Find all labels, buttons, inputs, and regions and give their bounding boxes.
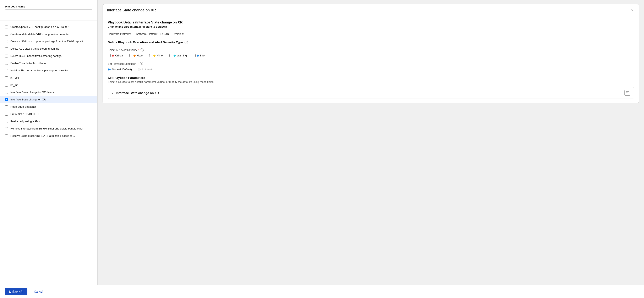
- playbook-list-item[interactable]: Resolve using cross VRF/NAT/Hairpinning-…: [0, 132, 97, 139]
- playbook-list-item[interactable]: Create/Update VRF configuration on a XE …: [0, 23, 97, 30]
- playbook-list-item[interactable]: Create/update/delete VRF configuration o…: [0, 30, 97, 38]
- playbook-list-item[interactable]: Push config using NAMs: [0, 118, 97, 125]
- playbook-list-item[interactable]: int_coll: [0, 74, 97, 81]
- playbook-item-label: Delete a SMU or an optional package from…: [10, 40, 85, 43]
- playbook-list-item[interactable]: Interface State change on XR: [0, 96, 97, 103]
- playbook-list-item[interactable]: Install a SMU or an optional package on …: [0, 67, 97, 74]
- playbook-item-label: Delete DSCP based traffic steering confi…: [10, 54, 62, 57]
- severity-item-minor[interactable]: Minor: [149, 54, 164, 57]
- severity-item-critical[interactable]: Critical: [108, 54, 124, 57]
- execution-label: Set Playbook Execution * i: [108, 62, 634, 65]
- left-panel: Playbook Name Create/Update VRF configur…: [0, 0, 98, 285]
- code-icon[interactable]: [624, 90, 630, 96]
- playbook-list-item[interactable]: Delete DSCP based traffic steering confi…: [0, 52, 97, 59]
- playbook-item-label: Create/Update VRF configuration on a XE …: [10, 25, 68, 28]
- playbook-checkbox[interactable]: [5, 120, 8, 123]
- execution-option-automatic: Automatic: [138, 68, 154, 71]
- accordion-header[interactable]: ⌄ Interface State change on XR: [108, 87, 634, 99]
- playbook-item-label: Delete ACL based traffic steering config…: [10, 47, 59, 50]
- execution-info-icon[interactable]: i: [140, 62, 143, 65]
- playbook-checkbox[interactable]: [5, 47, 8, 50]
- execution-row: Manual (Default)Automatic: [108, 68, 634, 71]
- software-platform-label: Software Platform:: [136, 32, 158, 35]
- section-title: Define Playbook Execution and Alert Seve…: [108, 40, 634, 44]
- playbook-item-label: Create/update/delete VRF configuration o…: [10, 32, 70, 36]
- playbook-list-item[interactable]: Prefix Set ADD/DELETE: [0, 110, 97, 118]
- version-label: Version:: [174, 32, 184, 35]
- kpi-info-icon[interactable]: i: [140, 48, 144, 51]
- severity-dot-major: [134, 54, 136, 57]
- params-section-title: Set Playbook Parameters: [108, 76, 634, 79]
- divider: [0, 20, 97, 21]
- severity-dot-minor: [154, 54, 156, 57]
- cancel-button[interactable]: Cancel: [31, 288, 46, 295]
- playbook-list-item[interactable]: Enable/Disable traffic collector: [0, 59, 97, 67]
- execution-radio-manual[interactable]: [108, 68, 111, 71]
- execution-required-star: *: [138, 62, 138, 65]
- playbook-checkbox[interactable]: [5, 98, 8, 101]
- dialog-header: Interface State change on XR ×: [103, 4, 639, 16]
- playbook-checkbox[interactable]: [5, 127, 8, 130]
- playbook-checkbox[interactable]: [5, 54, 8, 57]
- params-section-desc: Select a Source to set default parameter…: [108, 80, 634, 83]
- playbook-details-title: Playbook Details (Interface State change…: [108, 20, 634, 24]
- link-to-kpi-button[interactable]: Link to KPI: [5, 288, 28, 295]
- required-star: *: [138, 48, 139, 51]
- severity-dot-critical: [112, 54, 114, 57]
- severity-checkbox-minor[interactable]: [149, 54, 152, 57]
- playbook-list-item[interactable]: Delete ACL based traffic steering config…: [0, 45, 97, 52]
- playbook-item-label: Enable/Disable traffic collector: [10, 62, 47, 65]
- severity-label-warning: Warning: [177, 54, 187, 57]
- svg-rect-0: [626, 91, 629, 94]
- left-panel-header: Playbook Name: [0, 0, 97, 19]
- playbook-checkbox[interactable]: [5, 84, 8, 86]
- playbook-checkbox[interactable]: [5, 33, 8, 36]
- severity-checkbox-major[interactable]: [129, 54, 132, 57]
- execution-label-manual: Manual (Default): [112, 68, 132, 71]
- playbook-checkbox[interactable]: [5, 91, 8, 94]
- playbook-checkbox[interactable]: [5, 40, 8, 43]
- playbook-item-label: int_coll: [10, 76, 19, 79]
- severity-row: CriticalMajorMinorWarningInfo: [108, 54, 634, 57]
- section-info-icon[interactable]: i: [184, 41, 188, 44]
- playbook-name-label: Playbook Name: [5, 5, 92, 8]
- severity-checkbox-warning[interactable]: [170, 54, 172, 57]
- playbook-list-item[interactable]: Delete a SMU or an optional package from…: [0, 38, 97, 45]
- execution-radio-automatic: [138, 68, 140, 71]
- playbook-item-label: int_int: [10, 83, 18, 86]
- playbook-list-item[interactable]: Node State Snapshot: [0, 103, 97, 110]
- params-section: Set Playbook Parameters Select a Source …: [108, 76, 634, 99]
- platform-row: Hardware Platform: Software Platform: IO…: [108, 32, 634, 35]
- playbook-list-item[interactable]: Interface State change for XE device: [0, 89, 97, 96]
- severity-item-major[interactable]: Major: [129, 54, 144, 57]
- playbook-checkbox[interactable]: [5, 25, 8, 28]
- playbook-item-label: Interface State change on XR: [10, 98, 46, 101]
- hardware-platform-label: Hardware Platform:: [108, 32, 131, 35]
- playbook-list-item[interactable]: int_int: [0, 81, 97, 89]
- playbook-checkbox[interactable]: [5, 69, 8, 72]
- playbook-checkbox[interactable]: [5, 113, 8, 116]
- playbook-list-item[interactable]: Remove interface from Bundle Ether and d…: [0, 125, 97, 132]
- playbook-item-label: Resolve using cross VRF/NAT/Hairpinning-…: [10, 134, 76, 137]
- severity-item-info[interactable]: Info: [193, 54, 205, 57]
- playbook-checkbox[interactable]: [5, 76, 8, 79]
- playbook-checkbox[interactable]: [5, 134, 8, 137]
- close-button[interactable]: ×: [630, 8, 635, 13]
- playbook-item-label: Install a SMU or an optional package on …: [10, 69, 68, 72]
- software-platform-value: IOS XR: [160, 32, 169, 35]
- severity-checkbox-critical[interactable]: [108, 54, 111, 57]
- severity-label-info: Info: [200, 54, 205, 57]
- severity-checkbox-info[interactable]: [193, 54, 196, 57]
- playbook-checkbox[interactable]: [5, 105, 8, 108]
- severity-label-critical: Critical: [115, 54, 124, 57]
- playbook-name-input[interactable]: [5, 9, 92, 16]
- severity-label-minor: Minor: [157, 54, 164, 57]
- playbook-item-label: Push config using NAMs: [10, 120, 40, 123]
- playbook-checkbox[interactable]: [5, 62, 8, 65]
- svg-line-2: [626, 93, 627, 93]
- execution-option-manual[interactable]: Manual (Default): [108, 68, 132, 71]
- execution-label-automatic: Automatic: [142, 68, 154, 71]
- dialog-body: Playbook Details (Interface State change…: [103, 16, 639, 103]
- severity-item-warning[interactable]: Warning: [170, 54, 187, 57]
- severity-dot-info: [197, 54, 199, 57]
